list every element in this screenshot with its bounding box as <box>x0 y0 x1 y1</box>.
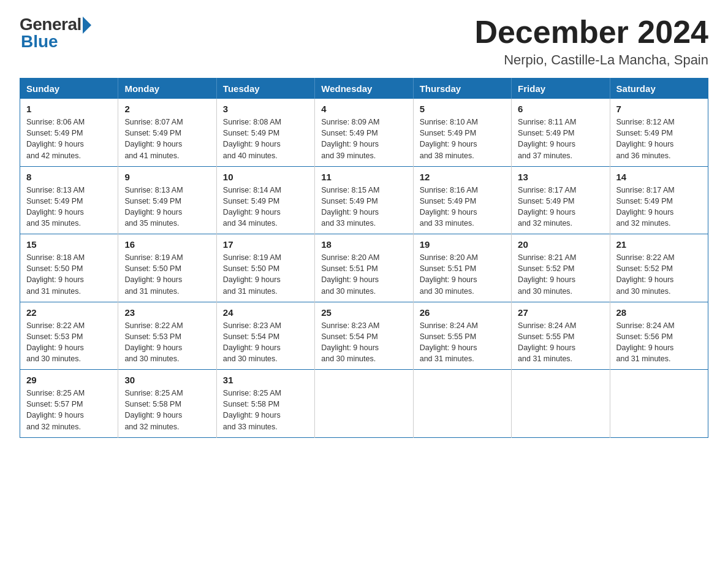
day-number: 14 <box>616 172 702 182</box>
day-number: 23 <box>124 307 210 318</box>
day-number: 29 <box>26 375 112 385</box>
calendar-cell: 21Sunrise: 8:22 AMSunset: 5:52 PMDayligh… <box>610 234 708 302</box>
calendar-cell: 31Sunrise: 8:25 AMSunset: 5:58 PMDayligh… <box>216 370 314 438</box>
day-info: Sunrise: 8:15 AMSunset: 5:49 PMDaylight:… <box>321 185 406 229</box>
logo-blue-text: Blue <box>21 32 58 52</box>
day-number: 22 <box>26 307 112 318</box>
day-info: Sunrise: 8:24 AMSunset: 5:55 PMDaylight:… <box>420 320 505 365</box>
day-number: 1 <box>26 104 112 114</box>
day-number: 28 <box>616 307 702 318</box>
calendar-cell: 24Sunrise: 8:23 AMSunset: 5:54 PMDayligh… <box>216 302 314 370</box>
day-info: Sunrise: 8:12 AMSunset: 5:49 PMDaylight:… <box>616 117 702 161</box>
day-number: 31 <box>223 375 308 385</box>
day-info: Sunrise: 8:19 AMSunset: 5:50 PMDaylight:… <box>223 252 308 297</box>
header-friday: Friday <box>512 79 610 99</box>
week-row-4: 22Sunrise: 8:22 AMSunset: 5:53 PMDayligh… <box>20 302 708 370</box>
day-number: 20 <box>518 239 603 250</box>
calendar-cell <box>610 370 708 438</box>
day-number: 3 <box>223 104 308 114</box>
day-number: 25 <box>321 307 406 318</box>
calendar-cell: 1Sunrise: 8:06 AMSunset: 5:49 PMDaylight… <box>20 99 118 166</box>
week-row-3: 15Sunrise: 8:18 AMSunset: 5:50 PMDayligh… <box>20 234 708 302</box>
day-number: 24 <box>223 307 308 318</box>
day-number: 9 <box>124 172 210 182</box>
day-info: Sunrise: 8:17 AMSunset: 5:49 PMDaylight:… <box>518 185 603 229</box>
calendar-cell: 6Sunrise: 8:11 AMSunset: 5:49 PMDaylight… <box>512 99 610 166</box>
day-info: Sunrise: 8:24 AMSunset: 5:56 PMDaylight:… <box>616 320 702 365</box>
day-number: 18 <box>321 239 406 250</box>
calendar-cell: 10Sunrise: 8:14 AMSunset: 5:49 PMDayligh… <box>216 166 314 234</box>
calendar-cell: 17Sunrise: 8:19 AMSunset: 5:50 PMDayligh… <box>216 234 314 302</box>
day-info: Sunrise: 8:22 AMSunset: 5:53 PMDaylight:… <box>26 320 112 365</box>
calendar-cell: 13Sunrise: 8:17 AMSunset: 5:49 PMDayligh… <box>512 166 610 234</box>
day-number: 10 <box>223 172 308 182</box>
day-number: 21 <box>616 239 702 250</box>
calendar-cell: 30Sunrise: 8:25 AMSunset: 5:58 PMDayligh… <box>118 370 216 438</box>
day-number: 19 <box>420 239 505 250</box>
day-info: Sunrise: 8:24 AMSunset: 5:55 PMDaylight:… <box>518 320 603 365</box>
day-info: Sunrise: 8:18 AMSunset: 5:50 PMDaylight:… <box>26 252 112 297</box>
day-number: 30 <box>124 375 210 385</box>
day-info: Sunrise: 8:10 AMSunset: 5:49 PMDaylight:… <box>420 117 505 161</box>
day-info: Sunrise: 8:13 AMSunset: 5:49 PMDaylight:… <box>26 185 112 229</box>
day-info: Sunrise: 8:17 AMSunset: 5:49 PMDaylight:… <box>616 185 702 229</box>
day-number: 26 <box>420 307 505 318</box>
day-number: 16 <box>124 239 210 250</box>
calendar-cell: 20Sunrise: 8:21 AMSunset: 5:52 PMDayligh… <box>512 234 610 302</box>
day-info: Sunrise: 8:23 AMSunset: 5:54 PMDaylight:… <box>321 320 406 365</box>
calendar-cell: 19Sunrise: 8:20 AMSunset: 5:51 PMDayligh… <box>413 234 511 302</box>
day-info: Sunrise: 8:25 AMSunset: 5:58 PMDaylight:… <box>223 388 308 432</box>
calendar-cell: 5Sunrise: 8:10 AMSunset: 5:49 PMDaylight… <box>413 99 511 166</box>
day-info: Sunrise: 8:19 AMSunset: 5:50 PMDaylight:… <box>124 252 210 297</box>
header-thursday: Thursday <box>413 79 511 99</box>
logo-arrow-icon <box>83 17 91 34</box>
calendar-cell: 25Sunrise: 8:23 AMSunset: 5:54 PMDayligh… <box>315 302 413 370</box>
month-title: December 2024 <box>474 15 708 50</box>
calendar-cell <box>512 370 610 438</box>
title-block: December 2024 Nerpio, Castille-La Mancha… <box>474 15 708 68</box>
calendar-cell <box>413 370 511 438</box>
day-info: Sunrise: 8:25 AMSunset: 5:58 PMDaylight:… <box>124 388 210 432</box>
day-number: 27 <box>518 307 603 318</box>
calendar-cell: 27Sunrise: 8:24 AMSunset: 5:55 PMDayligh… <box>512 302 610 370</box>
day-number: 2 <box>124 104 210 114</box>
calendar-cell: 11Sunrise: 8:15 AMSunset: 5:49 PMDayligh… <box>315 166 413 234</box>
day-info: Sunrise: 8:23 AMSunset: 5:54 PMDaylight:… <box>223 320 308 365</box>
calendar-cell: 29Sunrise: 8:25 AMSunset: 5:57 PMDayligh… <box>20 370 118 438</box>
day-info: Sunrise: 8:21 AMSunset: 5:52 PMDaylight:… <box>518 252 603 297</box>
day-number: 15 <box>26 239 112 250</box>
day-number: 7 <box>616 104 702 114</box>
day-info: Sunrise: 8:22 AMSunset: 5:52 PMDaylight:… <box>616 252 702 297</box>
day-info: Sunrise: 8:14 AMSunset: 5:49 PMDaylight:… <box>223 185 308 229</box>
header-wednesday: Wednesday <box>315 79 413 99</box>
calendar-cell: 7Sunrise: 8:12 AMSunset: 5:49 PMDaylight… <box>610 99 708 166</box>
calendar-cell: 18Sunrise: 8:20 AMSunset: 5:51 PMDayligh… <box>315 234 413 302</box>
header-saturday: Saturday <box>610 79 708 99</box>
day-number: 6 <box>518 104 603 114</box>
calendar-cell: 28Sunrise: 8:24 AMSunset: 5:56 PMDayligh… <box>610 302 708 370</box>
calendar-cell: 14Sunrise: 8:17 AMSunset: 5:49 PMDayligh… <box>610 166 708 234</box>
day-number: 8 <box>26 172 112 182</box>
calendar-cell: 9Sunrise: 8:13 AMSunset: 5:49 PMDaylight… <box>118 166 216 234</box>
page-header: General Blue December 2024 Nerpio, Casti… <box>20 15 708 68</box>
day-number: 4 <box>321 104 406 114</box>
location-title: Nerpio, Castille-La Mancha, Spain <box>474 52 708 68</box>
calendar-cell: 12Sunrise: 8:16 AMSunset: 5:49 PMDayligh… <box>413 166 511 234</box>
calendar-header: SundayMondayTuesdayWednesdayThursdayFrid… <box>20 79 708 99</box>
day-info: Sunrise: 8:08 AMSunset: 5:49 PMDaylight:… <box>223 117 308 161</box>
header-sunday: Sunday <box>20 79 118 99</box>
day-info: Sunrise: 8:09 AMSunset: 5:49 PMDaylight:… <box>321 117 406 161</box>
day-info: Sunrise: 8:25 AMSunset: 5:57 PMDaylight:… <box>26 388 112 432</box>
week-row-1: 1Sunrise: 8:06 AMSunset: 5:49 PMDaylight… <box>20 99 708 166</box>
calendar-cell: 3Sunrise: 8:08 AMSunset: 5:49 PMDaylight… <box>216 99 314 166</box>
logo: General Blue <box>20 15 91 52</box>
calendar-cell: 8Sunrise: 8:13 AMSunset: 5:49 PMDaylight… <box>20 166 118 234</box>
week-row-2: 8Sunrise: 8:13 AMSunset: 5:49 PMDaylight… <box>20 166 708 234</box>
calendar-cell: 2Sunrise: 8:07 AMSunset: 5:49 PMDaylight… <box>118 99 216 166</box>
day-info: Sunrise: 8:11 AMSunset: 5:49 PMDaylight:… <box>518 117 603 161</box>
calendar-table: SundayMondayTuesdayWednesdayThursdayFrid… <box>20 78 708 438</box>
day-info: Sunrise: 8:06 AMSunset: 5:49 PMDaylight:… <box>26 117 112 161</box>
calendar-cell: 4Sunrise: 8:09 AMSunset: 5:49 PMDaylight… <box>315 99 413 166</box>
calendar-cell: 23Sunrise: 8:22 AMSunset: 5:53 PMDayligh… <box>118 302 216 370</box>
day-number: 5 <box>420 104 505 114</box>
